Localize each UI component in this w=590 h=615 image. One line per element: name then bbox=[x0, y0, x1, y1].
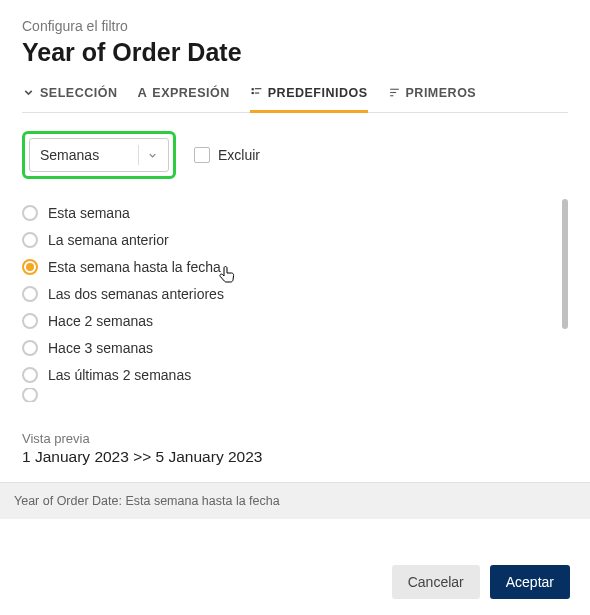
exclude-checkbox[interactable] bbox=[194, 147, 210, 163]
option-ultimas-2-semanas[interactable]: Las últimas 2 semanas bbox=[22, 361, 556, 388]
option-label: Hace 2 semanas bbox=[48, 313, 153, 329]
option-partial[interactable] bbox=[22, 388, 556, 402]
dialog-subtitle: Configura el filtro bbox=[22, 18, 568, 34]
highlight-box: Semanas bbox=[22, 131, 176, 179]
option-hace-2-semanas[interactable]: Hace 2 semanas bbox=[22, 307, 556, 334]
svg-rect-4 bbox=[390, 89, 399, 90]
tab-seleccion[interactable]: SELECCIÓN bbox=[22, 85, 117, 113]
radio-icon bbox=[22, 286, 38, 302]
radio-icon bbox=[22, 205, 38, 221]
svg-rect-6 bbox=[390, 95, 393, 96]
chevron-down-icon bbox=[22, 86, 35, 99]
svg-rect-2 bbox=[251, 92, 253, 94]
svg-rect-3 bbox=[255, 93, 259, 94]
option-esta-semana-hasta-fecha[interactable]: Esta semana hasta la fecha bbox=[22, 253, 556, 280]
svg-rect-1 bbox=[255, 88, 262, 89]
scrollbar[interactable] bbox=[562, 199, 568, 409]
option-label: Las últimas 2 semanas bbox=[48, 367, 191, 383]
period-dropdown[interactable]: Semanas bbox=[29, 138, 169, 172]
summary-bar: Year of Order Date: Esta semana hasta la… bbox=[0, 482, 590, 519]
option-label: Esta semana hasta la fecha bbox=[48, 259, 221, 275]
dropdown-value: Semanas bbox=[40, 147, 134, 163]
tab-primeros[interactable]: PRIMEROS bbox=[388, 85, 477, 113]
dialog-footer: Cancelar Aceptar bbox=[0, 549, 590, 615]
chevron-down-icon bbox=[147, 150, 158, 161]
exclude-checkbox-wrap[interactable]: Excluir bbox=[194, 147, 260, 163]
tab-predefinidos[interactable]: PREDEFINIDOS bbox=[250, 85, 368, 113]
preview-value: 1 January 2023 >> 5 January 2023 bbox=[22, 448, 568, 466]
tab-label: SELECCIÓN bbox=[40, 86, 117, 100]
preview-label: Vista previa bbox=[22, 431, 568, 446]
option-label: Hace 3 semanas bbox=[48, 340, 153, 356]
tab-label: EXPRESIÓN bbox=[152, 86, 229, 100]
cancel-button[interactable]: Cancelar bbox=[392, 565, 480, 599]
option-dos-semanas-anteriores[interactable]: Las dos semanas anteriores bbox=[22, 280, 556, 307]
accept-button[interactable]: Aceptar bbox=[490, 565, 570, 599]
letter-a-icon: A bbox=[137, 85, 147, 100]
radio-icon bbox=[22, 367, 38, 383]
radio-icon bbox=[22, 313, 38, 329]
option-label: Esta semana bbox=[48, 205, 130, 221]
tab-bar: SELECCIÓN A EXPRESIÓN PREDEFINIDOS PRIME… bbox=[22, 85, 568, 113]
svg-rect-0 bbox=[251, 88, 253, 90]
radio-icon bbox=[22, 232, 38, 248]
page-title: Year of Order Date bbox=[22, 38, 568, 67]
radio-icon bbox=[22, 259, 38, 275]
divider bbox=[138, 145, 139, 165]
options-list: Esta semana La semana anterior Esta sema… bbox=[22, 199, 556, 402]
sort-icon bbox=[388, 86, 401, 99]
option-hace-3-semanas[interactable]: Hace 3 semanas bbox=[22, 334, 556, 361]
radio-icon bbox=[22, 388, 38, 402]
tab-expresion[interactable]: A EXPRESIÓN bbox=[137, 85, 229, 113]
option-esta-semana[interactable]: Esta semana bbox=[22, 199, 556, 226]
preset-icon bbox=[250, 86, 263, 99]
radio-icon bbox=[22, 340, 38, 356]
svg-rect-5 bbox=[390, 92, 396, 93]
exclude-label: Excluir bbox=[218, 147, 260, 163]
tab-label: PRIMEROS bbox=[406, 86, 477, 100]
option-semana-anterior[interactable]: La semana anterior bbox=[22, 226, 556, 253]
option-label: La semana anterior bbox=[48, 232, 169, 248]
scrollbar-thumb[interactable] bbox=[562, 199, 568, 329]
option-label: Las dos semanas anteriores bbox=[48, 286, 224, 302]
tab-label: PREDEFINIDOS bbox=[268, 86, 368, 100]
